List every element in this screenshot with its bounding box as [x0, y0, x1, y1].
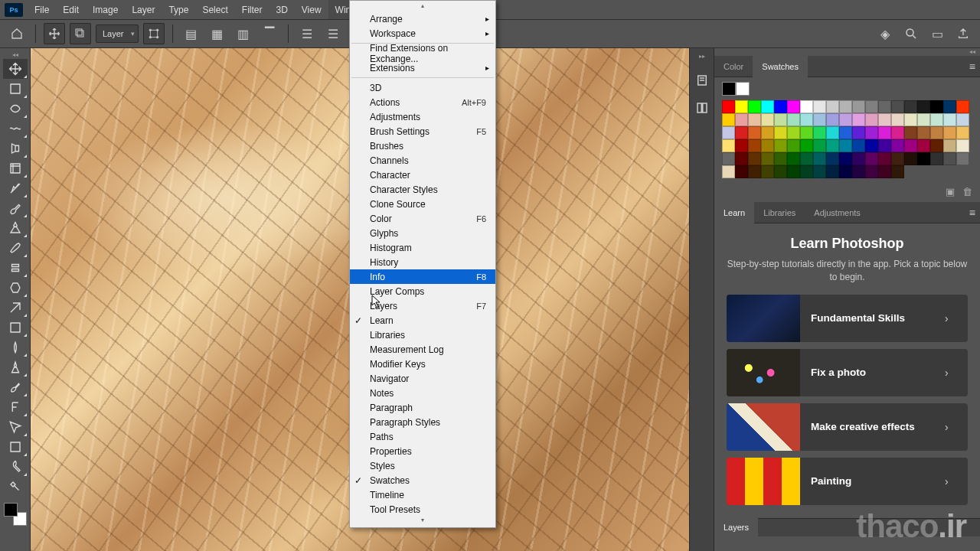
rectangle-tool[interactable]	[3, 417, 28, 437]
swatch[interactable]	[826, 152, 839, 165]
swatch[interactable]	[956, 126, 969, 139]
menu-item-paragraph-styles[interactable]: Paragraph Styles	[350, 415, 495, 429]
swatch[interactable]	[852, 100, 865, 113]
menu-item-learn[interactable]: ✓Learn	[350, 313, 495, 328]
swatch[interactable]	[774, 113, 787, 126]
swatch[interactable]	[722, 113, 735, 126]
swatch[interactable]	[891, 139, 904, 152]
zoom-tool[interactable]	[3, 457, 28, 477]
learn-card-painting[interactable]: Painting›	[727, 458, 968, 505]
swatch[interactable]	[904, 100, 917, 113]
swatch[interactable]	[761, 139, 774, 152]
swatch[interactable]	[865, 126, 878, 139]
swatch[interactable]	[839, 139, 852, 152]
menu-type[interactable]: Type	[162, 0, 195, 19]
edit-toolbar-tool[interactable]	[3, 477, 28, 497]
distribute-top-icon[interactable]: ☰	[296, 23, 318, 44]
menu-item-extensions[interactable]: Extensions	[350, 60, 495, 75]
swatch[interactable]	[787, 126, 800, 139]
healing-tool[interactable]	[3, 198, 28, 218]
tab-color[interactable]: Color	[714, 56, 753, 77]
clone-tool[interactable]	[3, 238, 28, 258]
swatch[interactable]	[761, 113, 774, 126]
swatch[interactable]	[839, 100, 852, 113]
swatch[interactable]	[722, 126, 735, 139]
swatch[interactable]	[904, 113, 917, 126]
swatch[interactable]	[813, 100, 826, 113]
swatch[interactable]	[761, 165, 774, 178]
menu-file[interactable]: File	[28, 0, 56, 19]
collapse-icon[interactable]: ◂◂	[12, 51, 18, 59]
hand-tool[interactable]	[3, 437, 28, 457]
menu-filter[interactable]: Filter	[235, 0, 270, 19]
swatch[interactable]	[826, 165, 839, 178]
pen-tool[interactable]	[3, 357, 28, 377]
menu-item-timeline[interactable]: Timeline	[350, 487, 495, 502]
swatch[interactable]	[839, 113, 852, 126]
layer-select[interactable]: Layer	[96, 24, 139, 43]
swatch[interactable]	[787, 139, 800, 152]
swatch[interactable]	[943, 100, 956, 113]
swatch-white[interactable]	[736, 82, 750, 96]
swatch[interactable]	[930, 152, 943, 165]
swatch[interactable]	[774, 152, 787, 165]
swatch[interactable]	[735, 152, 748, 165]
align-right-icon[interactable]: ▥	[233, 23, 254, 44]
swatch[interactable]	[852, 113, 865, 126]
swatch[interactable]	[865, 100, 878, 113]
swatch[interactable]	[774, 139, 787, 152]
swatch[interactable]	[839, 126, 852, 139]
swatch[interactable]	[917, 113, 930, 126]
swatch[interactable]	[735, 113, 748, 126]
swatch[interactable]	[852, 126, 865, 139]
learn-card-fix-a-photo[interactable]: Fix a photo›	[727, 349, 968, 396]
menu-item-find-extensions-on-exchange-[interactable]: Find Extensions on Exchange...	[350, 46, 495, 60]
align-left-icon[interactable]: ▤	[181, 23, 202, 44]
menu-item-character-styles[interactable]: Character Styles	[350, 182, 495, 197]
menu-item-paragraph[interactable]: Paragraph	[350, 400, 495, 415]
swatch[interactable]	[943, 113, 956, 126]
swatch[interactable]	[865, 152, 878, 165]
menu-item-history[interactable]: History	[350, 255, 495, 269]
menu-item-color[interactable]: ColorF6	[350, 211, 495, 226]
swatch[interactable]	[722, 152, 735, 165]
swatch[interactable]	[735, 100, 748, 113]
type-tool[interactable]	[3, 377, 28, 397]
swatch[interactable]	[878, 152, 891, 165]
swatch[interactable]	[826, 126, 839, 139]
swatch[interactable]	[956, 152, 969, 165]
swatch[interactable]	[943, 126, 956, 139]
menu-item-brushes[interactable]: Brushes	[350, 139, 495, 153]
swatch[interactable]	[800, 100, 813, 113]
swatch[interactable]	[787, 152, 800, 165]
swatch[interactable]	[774, 100, 787, 113]
distribute-vcenter-icon[interactable]: ☰	[322, 23, 344, 44]
menu-item-swatches[interactable]: ✓Swatches	[350, 473, 495, 487]
swatch[interactable]	[891, 165, 904, 178]
tab-learn[interactable]: Learn	[714, 202, 754, 223]
swatch[interactable]	[787, 165, 800, 178]
swatch[interactable]	[904, 126, 917, 139]
menu-select[interactable]: Select	[195, 0, 234, 19]
panel-menu-icon[interactable]: ≡	[969, 60, 975, 73]
swatch[interactable]	[813, 126, 826, 139]
menu-item-workspace[interactable]: Workspace	[350, 26, 495, 41]
swatch[interactable]	[748, 126, 761, 139]
history-brush-tool[interactable]	[3, 258, 28, 278]
brush-tool[interactable]	[3, 218, 28, 238]
history-panel-icon[interactable]	[694, 73, 710, 88]
swatch[interactable]	[891, 113, 904, 126]
swatch-black[interactable]	[722, 82, 736, 96]
swatch[interactable]	[904, 152, 917, 165]
panel-menu-icon[interactable]: ≡	[969, 207, 975, 219]
swatch[interactable]	[865, 165, 878, 178]
swatch[interactable]	[774, 126, 787, 139]
swatch[interactable]	[878, 139, 891, 152]
menu-view[interactable]: View	[295, 0, 328, 19]
swatch[interactable]	[800, 165, 813, 178]
menu-item-tool-presets[interactable]: Tool Presets	[350, 502, 495, 517]
menu-item-styles[interactable]: Styles	[350, 458, 495, 473]
swatch[interactable]	[956, 139, 969, 152]
swatch[interactable]	[878, 126, 891, 139]
eraser-tool[interactable]	[3, 278, 28, 298]
